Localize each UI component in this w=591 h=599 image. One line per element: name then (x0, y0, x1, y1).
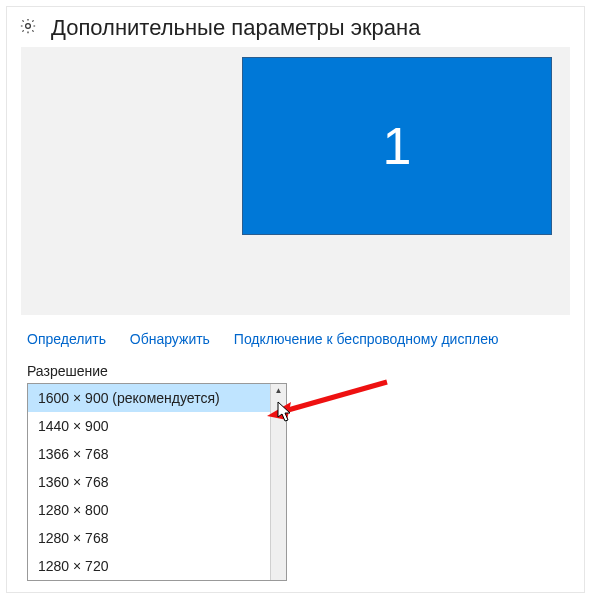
monitor-tile-1[interactable]: 1 (242, 57, 552, 235)
resolution-listbox: 1600 × 900 (рекомендуется) 1440 × 900 13… (27, 383, 287, 581)
settings-page: Дополнительные параметры экрана 1 Опреде… (6, 6, 585, 593)
resolution-option[interactable]: 1280 × 800 (28, 496, 286, 524)
wireless-display-link[interactable]: Подключение к беспроводному дисплею (234, 331, 499, 347)
page-title: Дополнительные параметры экрана (51, 15, 420, 41)
resolution-option[interactable]: 1280 × 720 (28, 552, 286, 580)
svg-point-0 (26, 24, 31, 29)
resolution-label: Разрешение (7, 359, 584, 383)
resolution-dropdown[interactable]: 1600 × 900 (рекомендуется) 1440 × 900 13… (27, 383, 287, 581)
resolution-option[interactable]: 1360 × 768 (28, 468, 286, 496)
monitor-number: 1 (383, 116, 412, 176)
scroll-up-icon[interactable]: ▲ (271, 384, 286, 396)
display-preview-area: 1 (21, 47, 570, 315)
resolution-option[interactable]: 1280 × 768 (28, 524, 286, 552)
listbox-scrollbar[interactable]: ▲ (270, 384, 286, 580)
display-action-links: Определить Обнаружить Подключение к бесп… (7, 315, 584, 359)
gear-icon (19, 17, 37, 39)
resolution-option[interactable]: 1366 × 768 (28, 440, 286, 468)
resolution-option[interactable]: 1600 × 900 (рекомендуется) (28, 384, 286, 412)
resolution-option[interactable]: 1440 × 900 (28, 412, 286, 440)
detect-link[interactable]: Обнаружить (130, 331, 210, 347)
identify-link[interactable]: Определить (27, 331, 106, 347)
page-header: Дополнительные параметры экрана (7, 7, 584, 47)
svg-line-1 (281, 382, 387, 412)
